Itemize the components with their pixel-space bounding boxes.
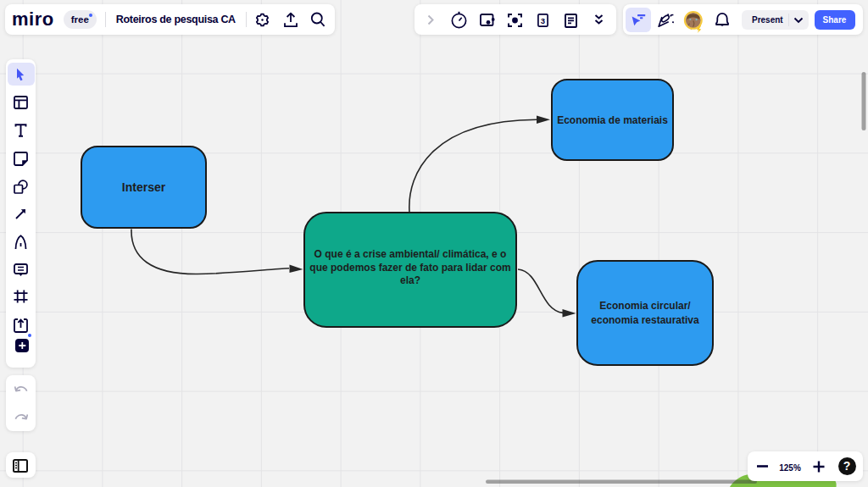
svg-text:3: 3 bbox=[541, 16, 545, 25]
